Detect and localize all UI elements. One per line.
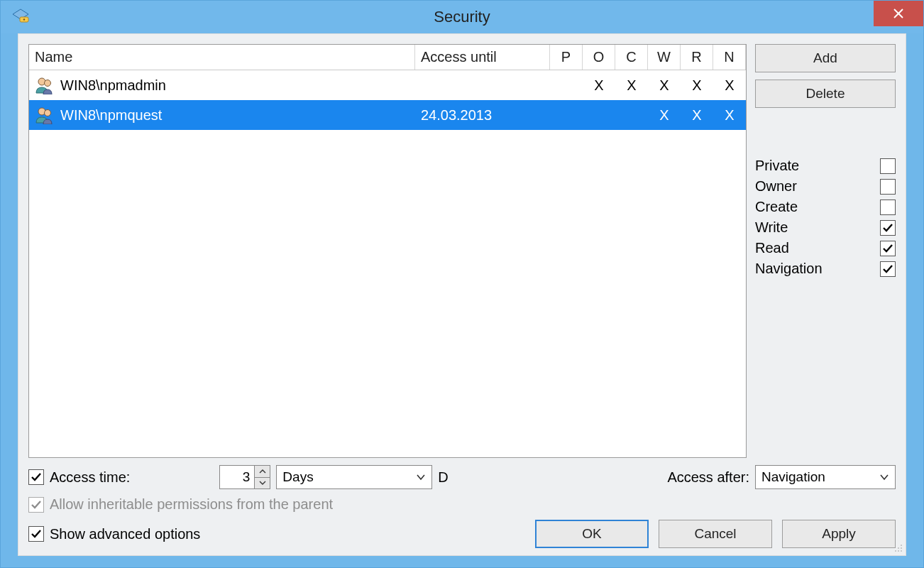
chevron-down-icon (416, 474, 426, 481)
delete-button[interactable]: Delete (755, 80, 896, 108)
close-button[interactable] (874, 1, 923, 26)
perm-checkbox[interactable] (880, 200, 896, 215)
perm-row: Navigation (755, 261, 896, 277)
check-icon (31, 499, 42, 510)
cell-perm: X (713, 77, 746, 94)
access-after-value: Navigation (761, 469, 874, 485)
col-n[interactable]: N (713, 45, 746, 70)
cell-perm: X (615, 77, 648, 94)
permissions-grid[interactable]: Name Access until P O C W R N WIN8\npmad… (28, 44, 747, 458)
svg-point-11 (895, 550, 896, 552)
perm-label: Create (755, 199, 798, 215)
access-time-spinner[interactable] (219, 465, 270, 489)
svg-point-12 (898, 550, 899, 552)
user-name: WIN8\npmquest (60, 107, 162, 124)
perm-label: Write (755, 219, 788, 236)
app-icon (11, 7, 31, 27)
cell-perm: X (583, 77, 615, 94)
perm-checkbox[interactable] (880, 179, 896, 195)
cell-perm: X (681, 77, 713, 94)
svg-point-5 (45, 80, 51, 87)
col-w[interactable]: W (648, 45, 681, 70)
perm-label: Read (755, 240, 789, 256)
show-advanced-checkbox[interactable] (28, 526, 44, 542)
perm-label: Navigation (755, 261, 823, 277)
user-name: WIN8\npmadmin (60, 77, 166, 94)
perm-row: Private (755, 158, 896, 174)
inherit-row: Allow inheritable permissions from the p… (28, 496, 896, 513)
perm-checkbox[interactable] (880, 261, 896, 277)
svg-point-7 (45, 110, 51, 116)
perm-row: Read (755, 240, 896, 256)
access-time-value[interactable] (220, 466, 254, 488)
col-r[interactable]: R (681, 45, 713, 70)
cell-name: WIN8\npmadmin (29, 76, 415, 94)
svg-point-9 (898, 547, 899, 549)
perm-row: Write (755, 219, 896, 236)
access-time-suffix: D (438, 469, 448, 486)
svg-point-8 (901, 545, 902, 546)
col-c[interactable]: C (615, 45, 648, 70)
perm-checkbox[interactable] (880, 241, 896, 256)
table-row[interactable]: WIN8\npmadminXXXXX (29, 70, 746, 100)
access-time-unit-combo[interactable]: Days (276, 465, 432, 489)
svg-point-13 (901, 550, 902, 552)
table-row[interactable]: WIN8\npmquest24.03.2013XXX (29, 100, 746, 130)
cancel-button[interactable]: Cancel (659, 520, 772, 548)
security-dialog: Security Name Access until P O C W R N W… (0, 0, 924, 568)
add-button[interactable]: Add (755, 44, 896, 72)
spinner-down[interactable] (255, 478, 270, 489)
check-icon (882, 243, 893, 254)
access-time-label: Access time: (50, 469, 130, 486)
close-icon (893, 8, 904, 19)
check-icon (882, 263, 893, 275)
col-o[interactable]: O (583, 45, 615, 70)
cell-perm: X (713, 107, 746, 124)
chevron-down-icon (259, 480, 266, 486)
inherit-checkbox (28, 497, 44, 513)
svg-point-10 (901, 547, 902, 549)
grid-body[interactable]: WIN8\npmadminXXXXXWIN8\npmquest24.03.201… (29, 70, 746, 457)
window-title: Security (1, 8, 923, 26)
access-after-combo[interactable]: Navigation (755, 465, 896, 489)
titlebar[interactable]: Security (1, 1, 923, 33)
apply-button[interactable]: Apply (782, 520, 896, 548)
perm-row: Create (755, 199, 896, 215)
svg-point-1 (23, 18, 25, 20)
cell-perm: X (648, 107, 681, 124)
perm-checkbox[interactable] (880, 158, 896, 174)
perm-checkbox[interactable] (880, 220, 896, 236)
resize-grip-icon[interactable] (891, 541, 903, 552)
access-time-row: Access time: Days D Access after: (28, 465, 896, 489)
perm-row: Owner (755, 178, 896, 195)
cell-perm: X (681, 107, 713, 124)
perm-label: Private (755, 158, 799, 174)
check-icon (31, 471, 42, 483)
client-area: Name Access until P O C W R N WIN8\npmad… (18, 33, 906, 556)
ok-button[interactable]: OK (535, 520, 649, 548)
col-access-until[interactable]: Access until (415, 45, 550, 70)
check-icon (882, 222, 893, 234)
cell-perm: X (648, 77, 681, 94)
inherit-label: Allow inheritable permissions from the p… (50, 496, 333, 513)
side-panel: Add Delete PrivateOwnerCreateWriteReadNa… (755, 44, 896, 458)
col-p[interactable]: P (550, 45, 583, 70)
cell-name: WIN8\npmquest (29, 106, 415, 124)
chevron-up-icon (259, 469, 266, 474)
perm-label: Owner (755, 178, 797, 195)
user-icon (35, 106, 53, 124)
chevron-down-icon (879, 474, 889, 481)
user-icon (35, 76, 53, 94)
col-name[interactable]: Name (29, 45, 415, 70)
spinner-up[interactable] (255, 466, 270, 478)
cell-access-until: 24.03.2013 (415, 107, 550, 124)
access-time-checkbox[interactable] (28, 469, 44, 485)
bottom-row: Show advanced options OK Cancel Apply (28, 520, 896, 548)
grid-header: Name Access until P O C W R N (29, 45, 746, 70)
access-after-label: Access after: (667, 469, 749, 486)
permission-checkboxes: PrivateOwnerCreateWriteReadNavigation (755, 158, 896, 277)
show-advanced-label: Show advanced options (50, 526, 200, 542)
check-icon (31, 528, 42, 540)
access-time-unit: Days (282, 469, 410, 485)
